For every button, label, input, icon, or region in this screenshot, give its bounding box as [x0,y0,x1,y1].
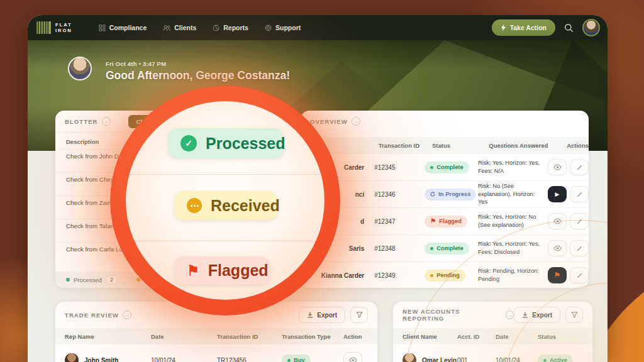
check-circle-icon: ✓ [180,135,197,151]
export-button[interactable]: Export [514,307,560,323]
status-label: Active [550,357,567,362]
processed-counter-label: Processed [74,277,102,283]
overview-row[interactable]: Carder #12345 Complete Risk: Yes, Horizo… [301,153,589,180]
status-dot-icon [543,359,547,362]
overview-row[interactable]: nci #12346 In Progress Risk: No (See exp… [301,180,589,207]
view-button[interactable] [548,240,567,256]
brand-logo[interactable]: FLAT IRON [36,21,72,34]
overview-row[interactable]: Saris #12348 Complete Risk: Yes, Horizon… [301,234,589,261]
play-icon: ▶ [555,191,560,197]
arrow-circle-icon[interactable]: → [352,117,360,126]
pencil-icon [576,191,583,198]
arrow-circle-icon[interactable]: → [123,310,131,319]
badge-label: Flagged [208,261,269,280]
export-label: Export [532,312,552,319]
view-button[interactable] [343,352,362,362]
status-dot-icon [430,274,433,277]
magnified-divider [126,241,325,241]
questions-answered: Risk: No (See explanation), Horizon: Yes [478,182,543,206]
overview-row[interactable]: Kianna Carder #12349 Pending Risk: Pendi… [301,261,589,288]
magnified-divider [126,174,325,175]
rep-name: John Smith [84,357,118,362]
edit-button[interactable] [570,186,589,202]
col-rep-name: Rep Name [55,333,151,340]
export-label: Export [317,312,337,319]
badge-label: Received [211,197,280,215]
col-date: Date [151,333,217,340]
play-button[interactable]: ▶ [548,186,567,202]
funnel-icon [356,312,363,318]
search-icon[interactable] [564,23,574,33]
processed-dot-icon [66,278,70,282]
client-avatar [402,353,416,362]
nav-item-compliance[interactable]: Compliance [99,24,147,31]
type-badge-buy: Buy [282,354,311,362]
view-button[interactable] [548,159,567,175]
brand-name: FLAT IRON [55,22,72,34]
status-label: Complete [436,245,463,251]
accounts-table-header: Client Name Acct. ID Date Status [393,328,592,344]
edit-button[interactable] [570,159,589,175]
pencil-icon [576,245,583,252]
questions-answered: Risk: Yes, Horizon: Yes, Fees: N/A [478,159,543,175]
nav-right-group: Take Action [492,19,600,36]
nav-item-reports[interactable]: Reports [213,24,248,31]
processed-count-badge: 2 [106,275,118,284]
greeting-title: Good Afternoon, George Costanza! [106,69,290,82]
status-badge-in-progress: In Progress [425,189,476,200]
greeting-date: Fri Oct 4th [106,60,137,67]
transaction-id: #12347 [374,218,425,225]
magnifier-overlay: ✓ Processed Received ⚑ Flagged [110,85,340,315]
nav-label: Support [275,24,301,31]
sync-icon [430,192,435,197]
magnified-badge-processed: ✓ Processed [168,128,284,158]
overview-title: OVERVIEW [310,118,348,125]
flag-action-button[interactable]: ⚑ [548,267,567,283]
transaction-id: #12348 [374,245,425,252]
status-label: Complete [436,164,463,170]
nav-item-clients[interactable]: Clients [163,24,196,31]
filter-button[interactable] [565,307,583,323]
overview-header: OVERVIEW → [301,111,589,132]
take-action-button[interactable]: Take Action [492,19,555,36]
col-questions: Questions Answered [489,142,558,149]
new-accounts-header: NEW ACCOUNTS REPORTING → Export [393,302,592,328]
new-accounts-title: NEW ACCOUNTS REPORTING [402,308,502,322]
filter-button[interactable] [350,307,368,323]
trade-row[interactable]: John Smith 10/01/24 TR123456 Buy [55,349,377,362]
overview-card: OVERVIEW → Transaction ID Status Questio… [301,111,589,288]
account-row[interactable]: Omar Levin 001 10/01/24 Active [393,349,592,362]
status-dot-icon [287,359,291,362]
blotter-title: BLOTTER [65,118,98,125]
nav-item-support[interactable]: Support [265,24,301,31]
greeting-time: 3:47 PM [143,60,166,67]
edit-button[interactable] [570,240,589,256]
edit-button[interactable] [570,213,589,229]
account-date: 10/01/24 [496,357,538,362]
eye-icon [553,245,562,251]
eye-icon [553,218,562,224]
rep-avatar [65,353,79,362]
arrow-circle-icon[interactable]: → [506,310,514,319]
edit-button[interactable] [570,267,589,283]
arrow-circle-icon[interactable]: → [102,117,111,126]
lightning-icon [501,24,506,31]
status-badge-complete: Complete [425,162,469,173]
magnified-badge-flagged: ⚑ Flagged [174,256,270,285]
overview-row[interactable]: d #12347 ⚑Flagged Risk: Yes, Horizon: No… [301,207,589,234]
lifebuoy-icon [265,25,272,31]
transaction-id: #12349 [374,272,425,279]
col-actions: Actions [567,142,589,149]
ellipsis-circle-icon [187,198,202,213]
user-avatar[interactable] [582,19,600,36]
flatiron-bars-icon [36,21,51,34]
col-action: Action [343,333,369,340]
export-button[interactable]: Export [299,307,345,323]
trade-transaction-id: TR123456 [217,357,282,362]
view-button[interactable] [548,213,567,229]
col-client-name: Client Name [393,333,457,340]
people-icon [163,25,170,31]
brand-line2: IRON [55,28,72,33]
status-dot-icon [430,247,433,250]
app-window: Fri Oct 4th • 3:47 PM Good Afternoon, Ge… [28,15,608,362]
